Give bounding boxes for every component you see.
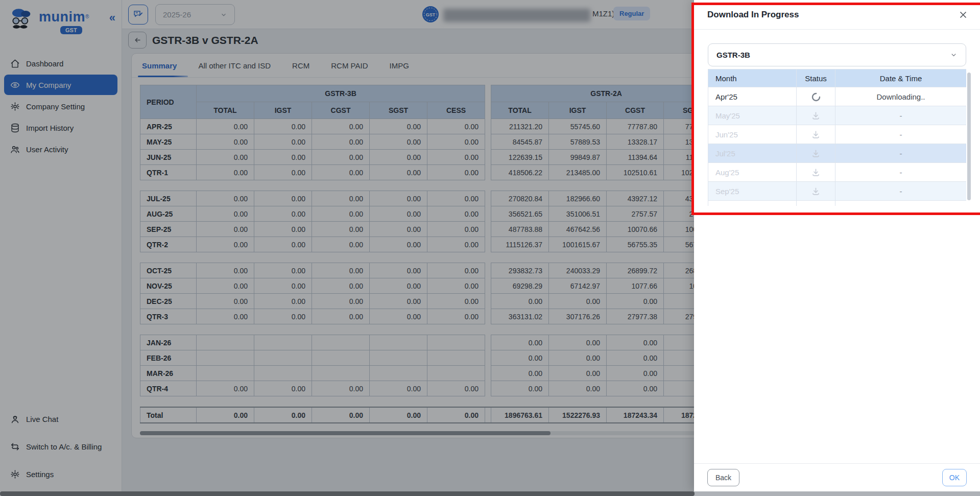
page-horizontal-scrollbar[interactable] [0, 491, 980, 496]
download-table-scrollbar[interactable] [967, 73, 971, 200]
datetime-cell: - [835, 201, 967, 206]
status-cell [797, 201, 835, 206]
status-cell [797, 87, 835, 106]
download-icon[interactable] [811, 186, 821, 196]
drawer-footer: Back OK [694, 463, 980, 491]
report-type-select[interactable]: GSTR-3B [708, 43, 966, 66]
download-row-apr-25: Apr'25Downloading.. [708, 87, 967, 106]
download-icon[interactable] [811, 149, 821, 158]
close-icon[interactable] [958, 9, 969, 20]
download-icon[interactable] [811, 205, 821, 206]
datetime-cell: - [835, 106, 967, 125]
download-row-jul-25: Jul'25- [708, 144, 967, 163]
app-root: munim® GST « DashboardMy CompanyCompany … [0, 0, 980, 496]
month-cell: Jul'25 [708, 144, 797, 163]
drawer-header: Download In Progress [694, 0, 980, 30]
status-cell [797, 144, 835, 163]
modal-overlay[interactable] [0, 0, 694, 491]
download-icon[interactable] [811, 111, 821, 121]
chevron-down-icon [950, 51, 958, 59]
download-row-aug-25: Aug'25- [708, 163, 967, 182]
page-horizontal-scrollbar-thumb[interactable] [0, 491, 695, 496]
drawer-title: Download In Progress [707, 10, 799, 20]
month-cell: Aug'25 [708, 163, 797, 182]
datetime-cell: - [835, 144, 967, 163]
back-button-drawer[interactable]: Back [707, 469, 739, 486]
download-column-header-month: Month [708, 69, 797, 87]
download-status-table: MonthStatusDate & TimeApr'25Downloading.… [708, 69, 966, 206]
download-column-header-date-time: Date & Time [835, 69, 967, 87]
download-row-sep-25: Sep'25- [708, 182, 967, 201]
month-cell: Sep'25 [708, 182, 797, 201]
status-cell [797, 182, 835, 201]
download-row-oct-25: Oct'25- [708, 201, 967, 206]
month-cell: May'25 [708, 106, 797, 125]
month-cell: Oct'25 [708, 201, 797, 206]
loading-spinner-icon [811, 92, 821, 102]
download-icon[interactable] [811, 168, 821, 177]
month-cell: Jun'25 [708, 125, 797, 144]
download-row-may-25: May'25- [708, 106, 967, 125]
datetime-cell: - [835, 125, 967, 144]
status-cell [797, 125, 835, 144]
datetime-cell: - [835, 163, 967, 182]
datetime-cell: - [835, 182, 967, 201]
download-table-wrap: MonthStatusDate & TimeApr'25Downloading.… [708, 69, 966, 206]
report-type-value: GSTR-3B [716, 51, 750, 59]
download-column-header-status: Status [797, 69, 835, 87]
status-cell [797, 106, 835, 125]
datetime-cell: Downloading.. [835, 87, 967, 106]
month-cell: Apr'25 [708, 87, 797, 106]
download-icon[interactable] [811, 130, 821, 139]
download-drawer: Download In Progress GSTR-3B MonthStatus… [694, 0, 980, 491]
status-cell [797, 163, 835, 182]
download-row-jun-25: Jun'25- [708, 125, 967, 144]
ok-button[interactable]: OK [942, 469, 967, 486]
drawer-body: GSTR-3B MonthStatusDate & TimeApr'25Down… [694, 30, 980, 206]
